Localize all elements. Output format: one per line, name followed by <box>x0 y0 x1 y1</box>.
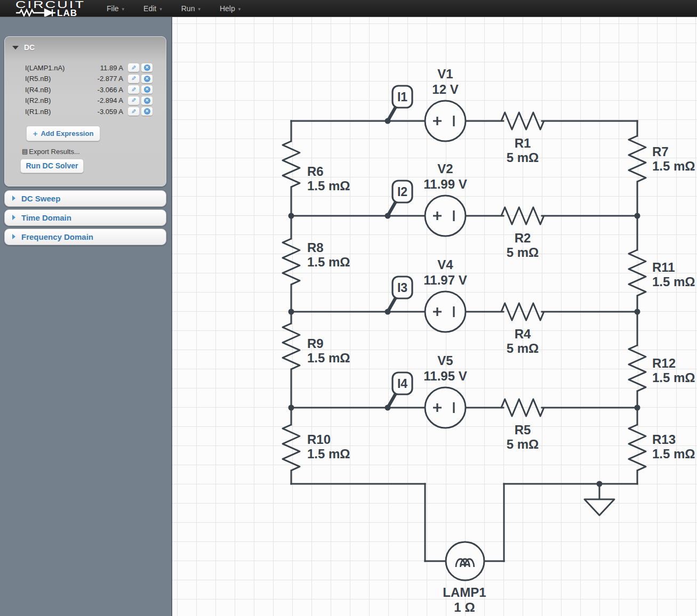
source-ref: V2 <box>437 161 453 176</box>
edit-expression-button[interactable]: ✎ <box>128 107 139 116</box>
logo-resistor-diode-icon <box>16 9 55 16</box>
resistor-R13[interactable]: R131.5 mΩ <box>629 425 695 471</box>
current-probe-I2[interactable]: I2 <box>388 181 412 216</box>
dc-panel-header[interactable]: DC <box>5 41 166 54</box>
resistor-ref: R5 <box>515 423 531 437</box>
resistor-R11[interactable]: R111.5 mΩ <box>629 250 695 296</box>
current-probe-I1[interactable]: I1 <box>388 86 412 121</box>
panel-frequency-domain[interactable]: Frequency Domain <box>4 229 166 245</box>
resistor-value: 5 mΩ <box>507 245 539 260</box>
probe-ref: I4 <box>397 377 407 391</box>
expression-row: I(R1.nB)-3.059 A✎✕ <box>5 106 166 117</box>
resistor-R2[interactable]: R25 mΩ <box>501 207 544 260</box>
resistor-ref: R11 <box>652 260 675 274</box>
resistor-ref: R12 <box>652 356 676 370</box>
resistor-R10[interactable]: R101.5 mΩ <box>283 425 350 471</box>
resistor-value: 1.5 mΩ <box>307 351 350 365</box>
delete-expression-button[interactable]: ✕ <box>141 96 153 105</box>
simulation-sidebar: DC I(LAMP1.nA)11.89 A✎✕I(R5.nB)-2.877 A✎… <box>0 17 172 616</box>
source-value: 11.97 V <box>423 273 467 287</box>
topbar: CIRCUIT LAB File▾Edit▾Run▾Help▾ <box>0 0 697 17</box>
pencil-icon: ✎ <box>131 65 136 71</box>
current-probe-I3[interactable]: I3 <box>388 277 412 312</box>
resistor-value: 1.5 mΩ <box>307 447 350 461</box>
edit-expression-button[interactable]: ✎ <box>128 75 139 83</box>
menu-edit[interactable]: Edit▾ <box>138 4 167 13</box>
caret-down-icon: ▾ <box>159 5 162 12</box>
menu-help[interactable]: Help▾ <box>214 4 246 13</box>
junction-dot <box>635 213 640 219</box>
current-probe-I4[interactable]: I4 <box>388 372 412 408</box>
resistor-R5[interactable]: R55 mΩ <box>501 399 544 451</box>
pencil-icon: ✎ <box>131 109 136 115</box>
delete-x-icon: ✕ <box>144 64 150 71</box>
logo-line2: LAB <box>57 8 77 17</box>
junction-dot <box>385 309 391 315</box>
panel-time-domain[interactable]: Time Domain <box>4 209 166 226</box>
delete-expression-button[interactable]: ✕ <box>141 85 153 94</box>
resistor-R6[interactable]: R61.5 mΩ <box>283 141 350 193</box>
resistor-ref: R7 <box>652 144 669 159</box>
voltage-source-V4[interactable]: V411.97 V <box>423 257 467 332</box>
pencil-icon: ✎ <box>131 87 136 93</box>
resistor-ref: R6 <box>307 164 324 179</box>
add-expression-button[interactable]: + Add Expression <box>26 126 100 141</box>
expression-value: 11.89 A <box>88 64 126 72</box>
resistor-value: 1.5 mΩ <box>652 159 695 173</box>
resistor-value: 1.5 mΩ <box>307 179 350 193</box>
resistor-ref: R8 <box>307 240 324 255</box>
dc-panel-title: DC <box>24 43 35 52</box>
resistor-R8[interactable]: R81.5 mΩ <box>283 239 350 285</box>
expression-name: I(R5.nB) <box>25 75 88 83</box>
run-dc-solver-button[interactable]: Run DC Solver <box>20 159 84 173</box>
menu-run[interactable]: Run▾ <box>176 4 206 13</box>
delete-x-icon: ✕ <box>144 86 150 93</box>
resistor-ref: R4 <box>515 327 531 341</box>
resistor-ref: R1 <box>515 136 531 150</box>
voltage-source-V1[interactable]: V112 V <box>425 67 466 141</box>
edit-expression-button[interactable]: ✎ <box>128 96 139 105</box>
edit-expression-button[interactable]: ✎ <box>128 85 139 94</box>
expression-value: -2.894 A <box>88 96 126 104</box>
source-ref: V4 <box>437 257 453 272</box>
source-ref: V5 <box>437 353 453 368</box>
resistor-ref: R13 <box>652 432 676 447</box>
menubar: File▾Edit▾Run▾Help▾ <box>101 0 254 17</box>
voltage-source-V2[interactable]: V211.99 V <box>423 161 467 236</box>
resistor-R7[interactable]: R71.5 mΩ <box>629 136 695 182</box>
expression-row: I(R5.nB)-2.877 A✎✕ <box>5 74 166 85</box>
junction-dot <box>289 309 294 315</box>
resistor-R4[interactable]: R45 mΩ <box>501 303 544 355</box>
delete-expression-button[interactable]: ✕ <box>141 75 153 83</box>
ground-symbol[interactable] <box>584 499 614 515</box>
expression-list: I(LAMP1.nA)11.89 A✎✕I(R5.nB)-2.877 A✎✕I(… <box>5 62 166 117</box>
circuitlab-logo[interactable]: CIRCUIT LAB <box>15 1 90 17</box>
expression-name: I(R1.nB) <box>25 108 88 116</box>
voltage-source-V5[interactable]: V511.95 V <box>423 353 467 428</box>
resistor-ref: R2 <box>515 231 531 245</box>
menu-file[interactable]: File▾ <box>101 4 130 13</box>
caret-down-icon: ▾ <box>198 5 201 12</box>
expression-value: -3.059 A <box>88 108 126 116</box>
export-results-link[interactable]: ▤ Export Results... <box>22 148 166 156</box>
delete-expression-button[interactable]: ✕ <box>141 63 153 72</box>
delete-expression-button[interactable]: ✕ <box>141 107 153 116</box>
expression-row: I(R4.nB)-3.066 A✎✕ <box>5 84 166 95</box>
expand-arrow-icon <box>12 196 15 201</box>
panel-dc-sweep[interactable]: DC Sweep <box>4 190 166 207</box>
junction-dot <box>635 309 640 315</box>
resistor-R12[interactable]: R121.5 mΩ <box>629 345 695 391</box>
junction-dot <box>385 213 391 219</box>
probe-ref: I2 <box>397 185 407 199</box>
lamp-LAMP1[interactable]: LAMP11 Ω <box>443 542 486 614</box>
resistor-R9[interactable]: R91.5 mΩ <box>283 323 350 369</box>
junction-dot <box>385 405 391 411</box>
resistor-R1[interactable]: R15 mΩ <box>501 112 544 165</box>
edit-expression-button[interactable]: ✎ <box>128 63 139 72</box>
junction-dot <box>597 481 603 487</box>
source-ref: V1 <box>437 67 453 81</box>
expression-row: I(R2.nB)-2.894 A✎✕ <box>5 95 166 107</box>
pencil-icon: ✎ <box>131 98 136 103</box>
pencil-icon: ✎ <box>131 76 136 82</box>
junction-dot <box>289 213 294 219</box>
